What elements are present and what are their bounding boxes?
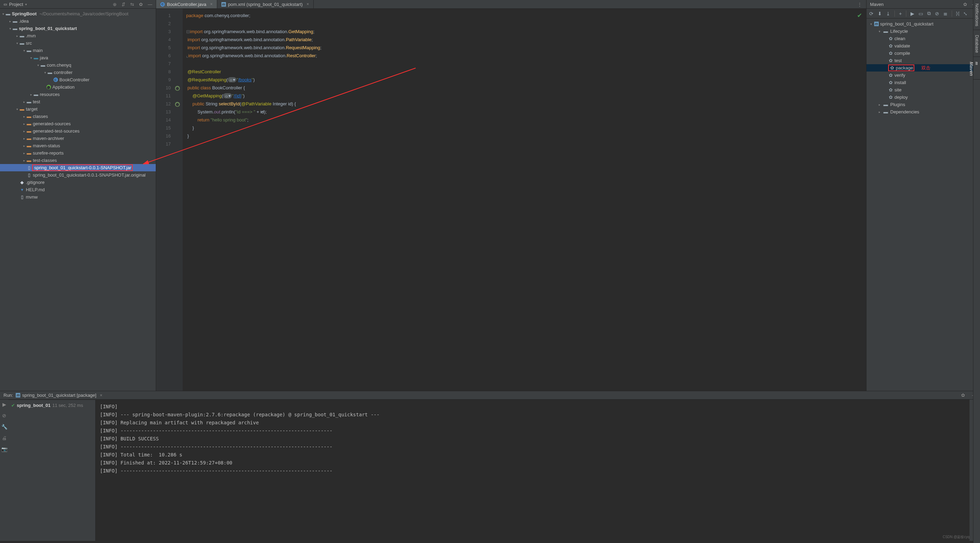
spring-icon: ⬤ bbox=[46, 85, 51, 89]
code-editor[interactable]: 1234567891011121314151617 ⬤ ⬤ package co… bbox=[156, 9, 866, 391]
side-tab-notifications[interactable]: Notifications bbox=[974, 0, 980, 30]
tree-mvn[interactable]: ▸▬.mvn bbox=[0, 32, 156, 40]
expand-icon[interactable]: ⇵ bbox=[121, 2, 126, 7]
close-icon[interactable]: × bbox=[307, 2, 309, 6]
locate-icon[interactable]: ⊕ bbox=[113, 2, 117, 7]
tree-bookcontroller[interactable]: CBookController bbox=[0, 76, 156, 83]
tree-surefire[interactable]: ▸▬surefire-reports bbox=[0, 149, 156, 157]
watermark: CSDN @蓝桉cyq bbox=[943, 535, 969, 540]
sources-icon[interactable]: ⬇ bbox=[878, 11, 882, 16]
project-icon: ▭ bbox=[3, 2, 7, 6]
close-icon[interactable]: × bbox=[100, 393, 102, 398]
download-icon[interactable]: ⤓ bbox=[886, 11, 890, 16]
run-config-tab[interactable]: m spring_boot_01_quickstart [package] × bbox=[16, 392, 102, 398]
tree-pkg[interactable]: ▾▬com.chenyq bbox=[0, 62, 156, 69]
gear-icon[interactable]: ✿ bbox=[961, 392, 965, 398]
lifecycle-package[interactable]: ✿package双击 bbox=[867, 64, 980, 71]
run-icon[interactable]: ▶ bbox=[910, 11, 914, 16]
lifecycle-validate[interactable]: ✿validate bbox=[867, 42, 980, 49]
line-numbers: 1234567891011121314151617 bbox=[156, 9, 175, 391]
tree-resources[interactable]: ▸▬resources bbox=[0, 91, 156, 98]
tree-module[interactable]: ▾▬spring_boot_01_quickstart bbox=[0, 25, 156, 32]
tree-main[interactable]: ▾▬main bbox=[0, 47, 156, 54]
run-tree[interactable]: ✔ spring_boot_01 11 sec, 252 ms bbox=[8, 400, 96, 541]
maven-tree[interactable]: ▾mspring_boot_01_quickstart ▾▬Lifecycle … bbox=[867, 19, 980, 116]
editor-tabs: C BookController.java × m pom.xml (sprin… bbox=[156, 0, 866, 9]
camera-icon[interactable]: 📷 bbox=[2, 446, 7, 452]
tree-jar[interactable]: ▯spring_boot_01_quickstart-0.0.1-SNAPSHO… bbox=[0, 164, 156, 171]
class-icon: C bbox=[160, 2, 165, 6]
tree-gitignore[interactable]: ◆.gitignore bbox=[0, 179, 156, 186]
lifecycle-deploy[interactable]: ✿deploy bbox=[867, 94, 980, 101]
gutter-annotations: ⬤ ⬤ bbox=[175, 9, 183, 391]
lifecycle-clean[interactable]: ✿clean bbox=[867, 35, 980, 42]
tree-gensrc[interactable]: ▸▬generated-sources bbox=[0, 120, 156, 127]
tab-label: BookController.java bbox=[167, 2, 207, 7]
tree-classes[interactable]: ▸▬classes bbox=[0, 113, 156, 120]
wrench-icon[interactable]: 🔧 bbox=[2, 424, 7, 430]
maven-header: Maven ✿ — bbox=[867, 0, 980, 9]
exec-icon[interactable]: ▭ bbox=[918, 11, 923, 16]
tree-mavenarch[interactable]: ▸▬maven-archiver bbox=[0, 135, 156, 142]
stop-icon[interactable]: ⊘ bbox=[2, 413, 6, 418]
chevron-down-icon[interactable]: ▾ bbox=[25, 2, 27, 6]
tree-gentestsrc[interactable]: ▸▬generated-test-sources bbox=[0, 127, 156, 135]
spring-gutter-icon[interactable]: ⬤ bbox=[175, 86, 180, 91]
side-tab-maven[interactable]: mMaven bbox=[974, 58, 980, 79]
gear-icon: ✿ bbox=[888, 80, 893, 85]
project-tree[interactable]: ▾▬SpringBoot~/Documents/heima_Java/coder… bbox=[0, 9, 156, 391]
tree-test[interactable]: ▸▬test bbox=[0, 98, 156, 105]
close-icon[interactable]: × bbox=[210, 2, 213, 6]
gear-icon[interactable]: ✿ bbox=[139, 2, 143, 7]
maven-root[interactable]: ▾mspring_boot_01_quickstart bbox=[867, 20, 980, 28]
lifecycle-verify[interactable]: ✿verify bbox=[867, 71, 980, 79]
gear-icon: ✿ bbox=[888, 58, 893, 63]
tree-mavenstatus[interactable]: ▸▬maven-status bbox=[0, 142, 156, 149]
check-icon[interactable]: ✔ bbox=[857, 11, 862, 19]
gear-icon[interactable]: ✿ bbox=[963, 2, 967, 7]
offline-icon[interactable]: ⊘ bbox=[935, 11, 939, 16]
tree-mvnw[interactable]: ▯mvnw bbox=[0, 193, 156, 201]
collapse-icon[interactable]: ⤡ bbox=[963, 11, 967, 16]
tree-root[interactable]: ▾▬SpringBoot~/Documents/heima_Java/coder… bbox=[0, 10, 156, 17]
tree-java[interactable]: ▾▬java bbox=[0, 54, 156, 62]
side-tab-database[interactable]: Database bbox=[974, 32, 980, 57]
tree-jar-original[interactable]: ▯spring_boot_01_quickstart-0.0.1-SNAPSHO… bbox=[0, 171, 156, 179]
rerun-icon[interactable]: ▶ bbox=[2, 402, 6, 407]
hide-icon[interactable]: — bbox=[148, 2, 152, 7]
print-icon[interactable]: 🖨 bbox=[2, 435, 6, 441]
maven-icon: m bbox=[874, 22, 879, 26]
lifecycle-compile[interactable]: ✿compile bbox=[867, 49, 980, 57]
maven-lifecycle[interactable]: ▾▬Lifecycle bbox=[867, 28, 980, 35]
reload-icon[interactable]: ⟳ bbox=[869, 11, 873, 16]
maven-plugins[interactable]: ▸▬Plugins bbox=[867, 101, 980, 108]
check-icon: ✔ bbox=[11, 403, 15, 408]
maven-panel: Maven ✿ — ⟳ ⬇ ⤓ + ▶ ▭ ⧉ ⊘ ≣ ᛞ ⤡ ▾mspring… bbox=[866, 0, 980, 391]
tree-controller[interactable]: ▾▬controller bbox=[0, 69, 156, 76]
tree-src[interactable]: ▾▬src bbox=[0, 40, 156, 47]
class-icon: C bbox=[53, 78, 58, 82]
tab-pom[interactable]: m pom.xml (spring_boot_01_quickstart) × bbox=[217, 0, 313, 8]
tree-idea[interactable]: ▸▬.idea bbox=[0, 17, 156, 25]
lifecycle-test[interactable]: ✿test bbox=[867, 57, 980, 64]
lifecycle-site[interactable]: ✿site bbox=[867, 86, 980, 94]
run-panel: ▶ ⊘ 🔧 🖨 📷 ✔ spring_boot_01 11 sec, 252 m… bbox=[0, 391, 980, 541]
show-icon[interactable]: ≣ bbox=[943, 11, 948, 16]
maven-deps[interactable]: ▸▬Dependencies bbox=[867, 108, 980, 116]
lifecycle-install[interactable]: ✿install bbox=[867, 79, 980, 86]
collapse-icon[interactable]: ⇆ bbox=[130, 2, 134, 7]
tree-application[interactable]: ⬤Application bbox=[0, 83, 156, 91]
tree-target[interactable]: ▾▬target bbox=[0, 105, 156, 113]
skip-tests-icon[interactable]: ⧉ bbox=[927, 11, 931, 16]
more-icon[interactable]: ⋮ bbox=[858, 2, 862, 7]
annotation-label: 双击 bbox=[921, 65, 931, 71]
run-output[interactable]: [INFO] [INFO] --- spring-boot-maven-plug… bbox=[96, 400, 969, 541]
tree-help[interactable]: ▾HELP.md bbox=[0, 186, 156, 193]
add-icon[interactable]: + bbox=[899, 11, 902, 16]
spring-gutter-icon[interactable]: ⬤ bbox=[175, 102, 180, 107]
tab-bookcontroller[interactable]: C BookController.java × bbox=[156, 0, 217, 8]
code-content[interactable]: package com.chenyq.controller; ⊟import o… bbox=[183, 9, 321, 391]
analyze-icon[interactable]: ᛞ bbox=[956, 11, 959, 16]
maven-toolbar: ⟳ ⬇ ⤓ + ▶ ▭ ⧉ ⊘ ≣ ᛞ ⤡ bbox=[867, 9, 980, 19]
tree-testclasses[interactable]: ▸▬test-classes bbox=[0, 157, 156, 164]
